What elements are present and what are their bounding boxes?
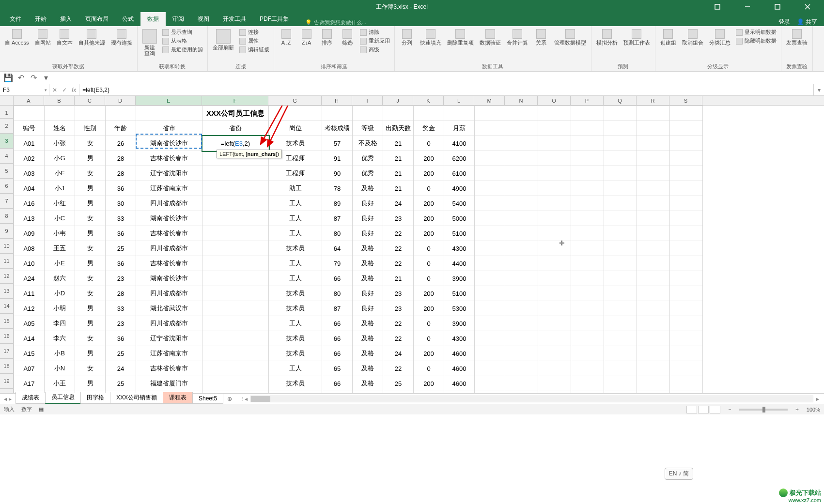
row-header[interactable]: 15 [0,314,13,329]
cell[interactable]: A08 [14,241,45,256]
name-box-input[interactable] [3,87,37,93]
cell[interactable] [571,271,604,286]
cell[interactable] [604,241,637,256]
cell[interactable] [538,301,571,316]
ribbon-button[interactable]: 快速填充 [418,28,443,46]
ribbon-button[interactable]: 全部刷新 [211,28,236,51]
undo-icon[interactable]: ↶ [16,74,25,82]
page-break-view-button[interactable] [710,406,720,413]
cell[interactable]: 优秀 [353,166,383,181]
cell[interactable] [670,301,703,316]
normal-view-button[interactable] [686,406,697,413]
cell[interactable] [670,241,703,256]
cell[interactable]: 21 [383,151,414,166]
cell[interactable] [538,241,571,256]
cell[interactable]: 四川省成都市 [136,286,202,301]
cell[interactable]: 优秀 [353,151,383,166]
cell[interactable] [475,391,505,394]
cell[interactable] [604,256,637,271]
cell[interactable] [538,226,571,241]
cell[interactable]: 工人 [269,211,322,226]
cell[interactable]: 28 [106,166,136,181]
cell[interactable] [571,166,604,181]
close-icon[interactable] [797,0,818,14]
share-button[interactable]: 👤 共享 [797,18,817,26]
cell[interactable]: 女 [75,331,106,346]
cell[interactable]: 赵六 [45,271,75,286]
cell[interactable] [202,211,269,226]
sheet-nav-prev-icon[interactable]: ◂ [4,396,7,402]
cell[interactable] [538,121,571,136]
cell[interactable] [670,151,703,166]
cell[interactable]: A17 [14,376,45,391]
cell[interactable]: A04 [14,181,45,196]
cell[interactable] [353,106,383,121]
cell[interactable]: 24 [383,346,414,361]
ribbon-button[interactable]: 取消组合 [680,28,705,46]
cell[interactable] [670,256,703,271]
cell[interactable] [505,211,538,226]
cell[interactable]: 湖南省长沙市 [136,211,202,226]
cell[interactable] [414,106,444,121]
cell[interactable]: 及格 [353,271,383,286]
cell[interactable] [505,256,538,271]
cell[interactable] [571,346,604,361]
cell[interactable] [505,181,538,196]
cell[interactable] [538,316,571,331]
ribbon-button[interactable]: 显示查询 [161,28,204,36]
cell[interactable]: 0 [414,256,444,271]
cell[interactable] [571,181,604,196]
cell[interactable]: 辽宁省沈阳市 [136,166,202,181]
cell[interactable] [202,226,269,241]
cell[interactable]: 5900 [444,391,475,394]
cell[interactable]: 李六 [45,331,75,346]
cell[interactable] [475,121,505,136]
cell[interactable] [571,361,604,376]
cell[interactable]: 200 [414,196,444,211]
cell[interactable]: 良好 [353,196,383,211]
cell[interactable] [637,241,670,256]
cell[interactable] [538,286,571,301]
cell[interactable]: 22 [383,241,414,256]
cell[interactable]: 200 [414,226,444,241]
sheet-tab[interactable]: XXX公司销售额 [110,392,163,404]
cell[interactable]: 65 [322,361,353,376]
macro-record-icon[interactable]: ▦ [39,406,44,412]
cell[interactable] [505,226,538,241]
cell[interactable] [475,181,505,196]
cell[interactable]: 66 [322,376,353,391]
cell[interactable]: 及格 [353,376,383,391]
cell[interactable] [202,376,269,391]
cell[interactable]: 22 [383,256,414,271]
cell[interactable] [475,286,505,301]
cell[interactable]: 6100 [444,166,475,181]
cell[interactable]: 36 [106,181,136,196]
column-header[interactable]: C [75,96,105,105]
ribbon-tab-1[interactable]: 开始 [28,12,53,26]
cell[interactable] [202,346,269,361]
cell[interactable]: 33 [106,301,136,316]
cell[interactable]: 80 [322,286,353,301]
cell[interactable]: 66 [322,271,353,286]
grid[interactable]: XXX公司员工信息编号姓名性别年龄省市省份岗位考核成绩等级出勤天数奖金月薪A01… [14,106,824,393]
column-header[interactable]: S [669,96,702,105]
cell[interactable] [571,226,604,241]
cell[interactable]: 4900 [444,181,475,196]
cell[interactable] [637,286,670,301]
cell[interactable]: 男 [75,196,106,211]
cell[interactable] [571,301,604,316]
cell[interactable]: 王五 [45,241,75,256]
cell[interactable] [670,331,703,346]
cell[interactable]: 湖北省武汉市 [136,301,202,316]
cell[interactable] [604,301,637,316]
cell[interactable]: 女 [75,361,106,376]
cell[interactable]: 姓名 [45,121,75,136]
cell[interactable]: 200 [414,376,444,391]
ribbon-button[interactable]: 现有连接 [109,28,134,46]
cell[interactable] [202,331,269,346]
cell[interactable]: A02 [14,151,45,166]
cell[interactable] [538,211,571,226]
cell[interactable] [538,151,571,166]
cell[interactable]: 4300 [444,331,475,346]
cell[interactable]: 21 [383,181,414,196]
